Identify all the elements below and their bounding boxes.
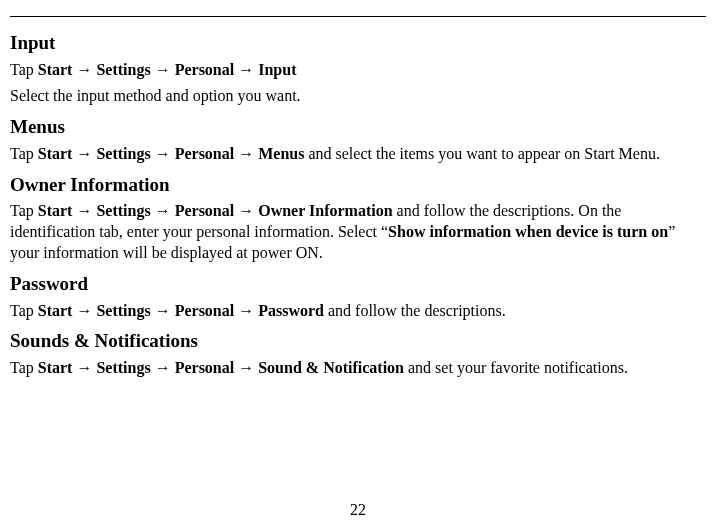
heading-password: Password — [10, 272, 706, 297]
arrow-icon: → — [155, 302, 171, 319]
bold-option: Show information when device is turn on — [388, 223, 668, 240]
path-sound-notification: Sound & Notification — [258, 359, 404, 376]
path-password: Password — [258, 302, 324, 319]
heading-owner-information: Owner Information — [10, 173, 706, 198]
horizontal-rule — [10, 16, 706, 17]
path-personal: Personal — [175, 145, 235, 162]
path-settings: Settings — [96, 359, 150, 376]
arrow-icon: → — [155, 61, 171, 78]
text: Tap — [10, 61, 38, 78]
path-settings: Settings — [96, 302, 150, 319]
arrow-icon: → — [155, 145, 171, 162]
arrow-icon: → — [155, 359, 171, 376]
text: Tap — [10, 359, 38, 376]
path-start: Start — [38, 359, 73, 376]
path-personal: Personal — [175, 302, 235, 319]
path-settings: Settings — [96, 61, 150, 78]
owner-info-body: Tap Start → Settings → Personal → Owner … — [10, 201, 706, 263]
arrow-icon: → — [238, 302, 254, 319]
heading-sounds-notifications: Sounds & Notifications — [10, 329, 706, 354]
heading-menus: Menus — [10, 115, 706, 140]
arrow-icon: → — [76, 145, 92, 162]
path-settings: Settings — [96, 202, 150, 219]
arrow-icon: → — [238, 145, 254, 162]
sounds-body: Tap Start → Settings → Personal → Sound … — [10, 358, 706, 379]
arrow-icon: → — [76, 61, 92, 78]
path-owner-information: Owner Information — [258, 202, 392, 219]
path-start: Start — [38, 202, 73, 219]
text: and select the items you want to appear … — [304, 145, 659, 162]
path-input: Input — [258, 61, 296, 78]
text: Tap — [10, 202, 38, 219]
arrow-icon: → — [76, 359, 92, 376]
arrow-icon: → — [238, 202, 254, 219]
quote-close: ” — [668, 223, 675, 240]
text: Tap — [10, 145, 38, 162]
text: and set your favorite notifications. — [404, 359, 628, 376]
arrow-icon: → — [238, 359, 254, 376]
menus-body: Tap Start → Settings → Personal → Menus … — [10, 144, 706, 165]
path-personal: Personal — [175, 202, 235, 219]
arrow-icon: → — [238, 61, 254, 78]
path-menus: Menus — [258, 145, 304, 162]
text: your information will be displayed at po… — [10, 244, 323, 261]
page-number: 22 — [0, 500, 716, 521]
heading-input: Input — [10, 31, 706, 56]
path-start: Start — [38, 302, 73, 319]
arrow-icon: → — [76, 302, 92, 319]
text: Tap — [10, 302, 38, 319]
path-start: Start — [38, 61, 73, 78]
input-path-line: Tap Start → Settings → Personal → Input — [10, 60, 706, 81]
text: and follow the descriptions. — [324, 302, 506, 319]
path-personal: Personal — [175, 359, 235, 376]
input-body: Select the input method and option you w… — [10, 86, 706, 107]
password-body: Tap Start → Settings → Personal → Passwo… — [10, 301, 706, 322]
path-start: Start — [38, 145, 73, 162]
arrow-icon: → — [155, 202, 171, 219]
path-settings: Settings — [96, 145, 150, 162]
arrow-icon: → — [76, 202, 92, 219]
path-personal: Personal — [175, 61, 235, 78]
